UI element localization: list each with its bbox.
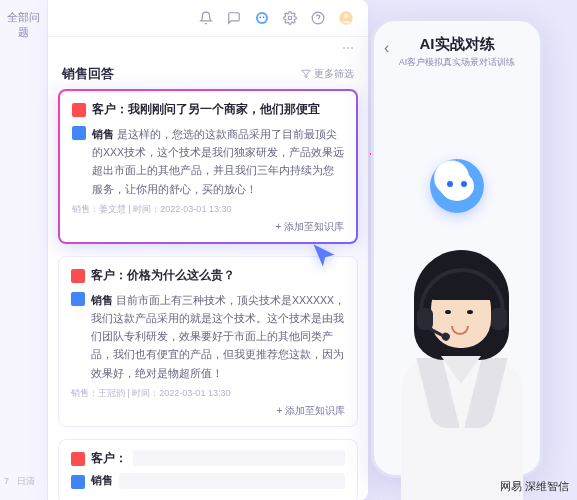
watermark: 网易 深维智信	[500, 479, 569, 494]
sales-answer: 销售 目前市面上有三种技术，顶尖技术是XXXXXX，我们这款产品采用的就是这个技…	[91, 294, 345, 379]
bell-icon[interactable]	[198, 10, 214, 26]
card-meta: 销售：姜文慧 | 时间：2022-03-01 13:30	[72, 203, 344, 216]
svg-point-3	[263, 17, 265, 19]
compose-card: 客户： 销售	[58, 439, 358, 500]
left-sidebar: 全部问题 7 日清	[0, 0, 48, 500]
main-panel: ⋯ 销售回答 更多筛选 客户：我刚刚问了另一个商家，他们那便宜 销售 是这	[48, 0, 368, 500]
phone-frame: ‹ AI实战对练 AI客户模拟真实场景对话训练	[371, 18, 543, 478]
bot-face-icon	[440, 171, 474, 201]
panel-title: 销售回答	[62, 65, 114, 83]
card-list: 客户：我刚刚问了另一个商家，他们那便宜 销售 是这样的，您选的这款商品采用了目前…	[48, 89, 368, 500]
bot-avatar[interactable]	[430, 159, 484, 213]
compose-customer-label: 客户：	[91, 450, 127, 467]
customer-question: 客户：价格为什么这么贵？	[91, 267, 235, 284]
sidebar-stats: 7 日清	[4, 475, 35, 488]
sales-badge-icon	[71, 292, 85, 306]
help-icon[interactable]	[310, 10, 326, 26]
sales-badge-icon	[71, 475, 85, 489]
add-to-kb-button[interactable]: + 添加至知识库	[72, 220, 344, 234]
top-icon-bar	[48, 0, 368, 37]
more-icon[interactable]: ⋯	[342, 41, 354, 55]
customer-badge-icon	[71, 452, 85, 466]
gear-icon[interactable]	[282, 10, 298, 26]
customer-badge-icon	[72, 103, 86, 117]
customer-badge-icon	[71, 269, 85, 283]
sidebar-item-all[interactable]: 全部问题	[0, 0, 47, 50]
sales-badge-icon	[72, 126, 86, 140]
customer-question: 客户：我刚刚问了另一个商家，他们那便宜	[92, 101, 320, 118]
bot-icon[interactable]	[254, 10, 270, 26]
filter-button[interactable]: 更多筛选	[301, 67, 354, 81]
svg-point-2	[260, 17, 262, 19]
add-to-kb-button[interactable]: + 添加至知识库	[71, 404, 345, 418]
phone-header: ‹ AI实战对练 AI客户模拟真实场景对话训练	[374, 21, 540, 79]
qa-card[interactable]: 客户：价格为什么这么贵？ 销售 目前市面上有三种技术，顶尖技术是XXXXXX，我…	[58, 256, 358, 427]
sales-answer: 销售 是这样的，您选的这款商品采用了目前最顶尖的XXX技术，这个技术是我们独家研…	[92, 128, 344, 195]
svg-point-1	[258, 14, 266, 22]
back-icon[interactable]: ‹	[384, 39, 389, 57]
svg-point-8	[344, 14, 349, 19]
phone-subtitle: AI客户模拟真实场景对话训练	[384, 56, 530, 69]
card-meta: 销售：王冠韵 | 时间：2022-03-01 13:30	[71, 387, 345, 400]
avatar-icon[interactable]	[338, 10, 354, 26]
svg-marker-9	[302, 70, 310, 78]
svg-point-4	[288, 16, 292, 20]
qa-card[interactable]: 客户：我刚刚问了另一个商家，他们那便宜 销售 是这样的，您选的这款商品采用了目前…	[58, 89, 358, 244]
sale-input[interactable]	[119, 473, 345, 489]
panel-header: 销售回答 更多筛选	[48, 55, 368, 89]
compose-sale-label: 销售	[91, 473, 113, 488]
phone-title: AI实战对练	[384, 35, 530, 54]
customer-input[interactable]	[133, 450, 345, 466]
message-icon[interactable]	[226, 10, 242, 26]
